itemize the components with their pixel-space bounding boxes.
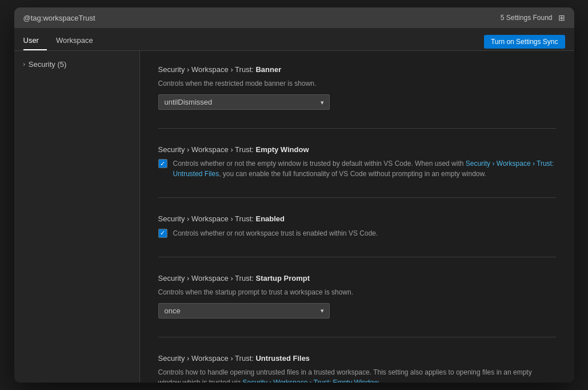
setting-startup-prompt: Security › Workspace › Trust: Startup Pr… bbox=[158, 273, 556, 319]
empty-window-checkbox-row: ✓ Controls whether or not the empty wind… bbox=[158, 158, 556, 179]
checkmark-icon: ✓ bbox=[160, 161, 165, 167]
banner-dropdown-wrapper: untilDismissed always never ▾ bbox=[158, 94, 330, 110]
settings-filter-icon[interactable]: ⊞ bbox=[558, 13, 565, 22]
content-area: › Security (5) Security › Workspace › Tr… bbox=[14, 51, 574, 383]
setting-banner-desc: Controls when the restricted mode banner… bbox=[158, 78, 556, 89]
divider-4 bbox=[158, 337, 556, 337]
chevron-right-icon: › bbox=[23, 61, 25, 67]
tab-user[interactable]: User bbox=[23, 33, 47, 50]
checkmark-icon-2: ✓ bbox=[160, 230, 165, 236]
enabled-checkbox-row: ✓ Controls whether or not workspace trus… bbox=[158, 228, 556, 238]
setting-untrusted-files: Security › Workspace › Trust: Untrusted … bbox=[158, 353, 556, 383]
startup-dropdown-wrapper: once always never ▾ bbox=[158, 303, 330, 319]
setting-untrusted-files-desc: Controls how to handle opening untrusted… bbox=[158, 367, 556, 383]
divider-2 bbox=[158, 197, 556, 198]
setting-startup-prompt-desc: Controls when the startup prompt to trus… bbox=[158, 287, 556, 297]
sidebar-item-label: Security (5) bbox=[29, 60, 66, 69]
empty-window-label: Controls whether or not the empty window… bbox=[173, 158, 556, 179]
tabs: User Workspace bbox=[23, 33, 110, 50]
sidebar-item-security[interactable]: › Security (5) bbox=[19, 58, 135, 71]
setting-enabled-title: Security › Workspace › Trust: Enabled bbox=[158, 214, 556, 224]
settings-main: Security › Workspace › Trust: Banner Con… bbox=[140, 51, 574, 383]
titlebar-right: 5 Settings Found ⊞ bbox=[501, 13, 565, 22]
setting-banner: Security › Workspace › Trust: Banner Con… bbox=[158, 65, 556, 110]
divider-3 bbox=[158, 257, 556, 257]
setting-untrusted-files-title: Security › Workspace › Trust: Untrusted … bbox=[158, 353, 556, 364]
settings-window: @tag:workspaceTrust 5 Settings Found ⊞ U… bbox=[14, 7, 574, 383]
setting-banner-title: Security › Workspace › Trust: Banner bbox=[158, 65, 556, 75]
tabs-row: User Workspace Turn on Settings Sync bbox=[14, 28, 574, 51]
enabled-label: Controls whether or not workspace trust … bbox=[173, 228, 378, 238]
sidebar: › Security (5) bbox=[14, 51, 140, 383]
titlebar: @tag:workspaceTrust 5 Settings Found ⊞ bbox=[14, 7, 574, 28]
setting-startup-prompt-title: Security › Workspace › Trust: Startup Pr… bbox=[158, 273, 556, 284]
startup-dropdown[interactable]: once always never bbox=[158, 303, 330, 319]
settings-found-label: 5 Settings Found bbox=[501, 14, 553, 22]
divider bbox=[158, 128, 556, 129]
empty-window-checkbox[interactable]: ✓ bbox=[158, 159, 167, 168]
tab-workspace[interactable]: Workspace bbox=[56, 33, 101, 50]
search-tag: @tag:workspaceTrust bbox=[23, 14, 95, 22]
sync-button[interactable]: Turn on Settings Sync bbox=[484, 35, 565, 49]
empty-window-link[interactable]: Security › Workspace › Trust: Untrusted … bbox=[173, 160, 554, 178]
banner-dropdown[interactable]: untilDismissed always never bbox=[158, 94, 330, 110]
setting-empty-window-title: Security › Workspace › Trust: Empty Wind… bbox=[158, 145, 556, 155]
setting-empty-window: Security › Workspace › Trust: Empty Wind… bbox=[158, 145, 556, 179]
untrusted-files-link[interactable]: Security › Workspace › Trust: Empty Wind… bbox=[243, 379, 378, 383]
setting-enabled: Security › Workspace › Trust: Enabled ✓ … bbox=[158, 214, 556, 238]
enabled-checkbox[interactable]: ✓ bbox=[158, 229, 167, 238]
